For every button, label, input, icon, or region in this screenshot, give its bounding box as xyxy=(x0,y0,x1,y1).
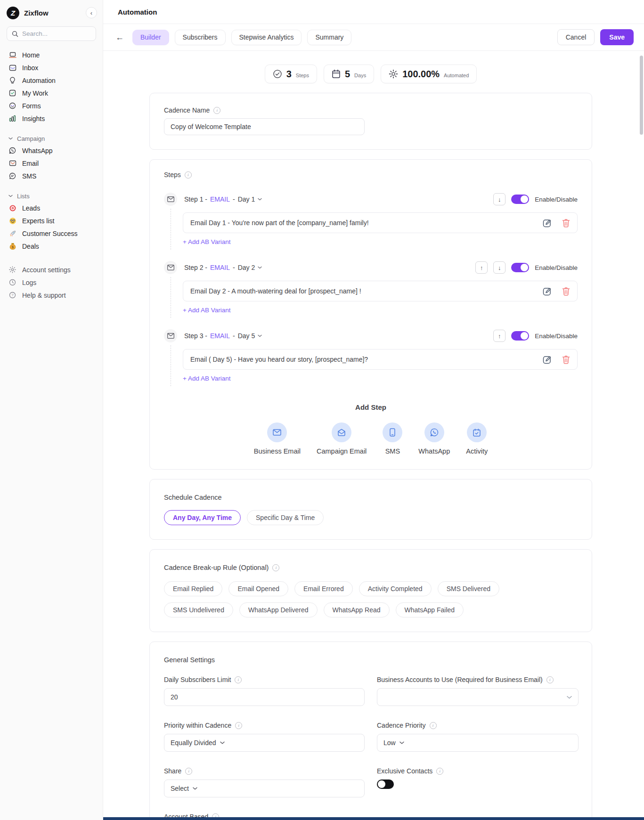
sidebar-item-experts-list[interactable]: Experts list xyxy=(7,214,96,227)
tab-stepwise-analytics[interactable]: Stepwise Analytics xyxy=(231,30,302,45)
info-icon[interactable]: i xyxy=(436,768,443,775)
scrollbar-thumb[interactable] xyxy=(640,56,643,135)
chevron-down-icon xyxy=(258,266,262,269)
tab-summary[interactable]: Summary xyxy=(307,30,351,45)
stat-unit: Automated xyxy=(444,73,469,78)
add-step-label: SMS xyxy=(385,447,400,455)
sidebar-item-help-support[interactable]: ? Help & support xyxy=(7,289,96,301)
info-icon[interactable]: i xyxy=(213,107,220,114)
save-button[interactable]: Save xyxy=(600,29,634,45)
cadence-name-card: Cadence Name i xyxy=(149,93,592,150)
move-down-button[interactable]: ↓ xyxy=(493,193,505,205)
edit-step-button[interactable] xyxy=(532,219,552,227)
stat-value: 100.00% xyxy=(402,69,440,80)
business-accounts-select[interactable] xyxy=(377,688,579,706)
whatsapp-icon xyxy=(424,422,444,442)
step-enable-toggle[interactable] xyxy=(511,331,529,341)
sidebar-item-forms[interactable]: Forms xyxy=(7,99,96,112)
add-ab-variant-link[interactable]: + Add AB Variant xyxy=(183,375,230,382)
breakup-chip-email-errored[interactable]: Email Errored xyxy=(294,581,353,596)
info-icon[interactable]: i xyxy=(185,171,192,179)
info-icon[interactable]: i xyxy=(430,722,437,729)
bulb-icon xyxy=(8,77,16,84)
sidebar-item-label: Home xyxy=(22,51,40,59)
chat-bubble-icon xyxy=(8,172,16,179)
priority-within-cadence-select[interactable]: Equally Divided xyxy=(164,734,365,752)
breakup-chip-whatsapp-read[interactable]: WhatsApp Read xyxy=(324,602,390,617)
breakup-chip-whatsapp-delivered[interactable]: WhatsApp Delivered xyxy=(239,602,318,617)
delete-step-button[interactable] xyxy=(552,219,570,227)
daily-subscribers-limit-input[interactable] xyxy=(164,688,365,706)
add-step-activity[interactable]: Activity xyxy=(466,422,488,455)
schedule-option-any-day[interactable]: Any Day, Any Time xyxy=(164,510,241,525)
edit-step-button[interactable] xyxy=(532,355,552,364)
cadence-priority-select[interactable]: Low xyxy=(377,734,579,752)
email-subject-card: Email Day 2 - A mouth-watering deal for … xyxy=(183,281,578,301)
add-step-whatsapp[interactable]: WhatsApp xyxy=(418,422,450,455)
step-enable-toggle[interactable] xyxy=(511,263,529,272)
add-ab-variant-link[interactable]: + Add AB Variant xyxy=(183,238,230,245)
breakup-chip-email-opened[interactable]: Email Opened xyxy=(228,581,288,596)
add-step-sms[interactable]: SMS xyxy=(383,422,402,455)
sidebar-item-sms[interactable]: SMS xyxy=(7,170,96,182)
breakup-chip-email-replied[interactable]: Email Replied xyxy=(164,581,222,596)
add-ab-variant-link[interactable]: + Add AB Variant xyxy=(183,307,230,314)
search-input[interactable] xyxy=(22,30,83,37)
info-icon[interactable]: i xyxy=(546,676,554,683)
breakup-chip-whatsapp-failed[interactable]: WhatsApp Failed xyxy=(396,602,464,617)
sidebar-item-home[interactable]: Home xyxy=(7,49,96,61)
edit-step-button[interactable] xyxy=(532,287,552,296)
calendar-check-icon xyxy=(467,422,487,442)
delete-step-button[interactable] xyxy=(552,355,570,364)
sidebar-search[interactable] xyxy=(7,26,96,41)
schedule-option-specific[interactable]: Specific Day & Time xyxy=(247,510,324,525)
email-subject: Email Day 1 - You're now part of the [co… xyxy=(190,219,532,227)
add-step-campaign-email[interactable]: Campaign Email xyxy=(317,422,367,455)
sidebar-item-leads[interactable]: Leads xyxy=(7,202,96,214)
info-icon[interactable]: i xyxy=(235,676,242,683)
tab-subscribers[interactable]: Subscribers xyxy=(175,30,226,45)
sidebar-collapse-button[interactable]: ‹ xyxy=(86,7,97,18)
share-select[interactable]: Select xyxy=(164,779,365,797)
tab-builder[interactable]: Builder xyxy=(132,30,169,45)
info-icon[interactable]: i xyxy=(272,564,279,571)
sidebar-item-customer-success[interactable]: Customer Success xyxy=(7,227,96,240)
move-down-button[interactable]: ↓ xyxy=(493,261,505,274)
cadence-name-input[interactable] xyxy=(164,118,365,135)
breakup-chip-sms-undelivered[interactable]: SMS Undelivered xyxy=(164,602,233,617)
sidebar-item-deals[interactable]: $ Deals xyxy=(7,240,96,252)
breakup-chip-sms-delivered[interactable]: SMS Delivered xyxy=(438,581,499,596)
check-circle-icon xyxy=(273,69,282,79)
step-enable-toggle[interactable] xyxy=(511,195,529,204)
section-lists[interactable]: Lists xyxy=(7,190,96,202)
sidebar-item-logs[interactable]: Logs xyxy=(7,276,96,289)
stat-value: 3 xyxy=(286,69,292,80)
step-title-dropdown[interactable]: Step 3 - EMAIL - Day 5 xyxy=(184,332,262,340)
chevron-down-icon xyxy=(8,195,13,197)
sidebar-item-account-settings[interactable]: Account settings xyxy=(7,263,96,276)
move-up-button[interactable]: ↑ xyxy=(493,330,505,342)
info-icon[interactable]: i xyxy=(235,722,242,729)
back-arrow-icon[interactable]: ← xyxy=(115,32,127,42)
sidebar-item-inbox[interactable]: Inbox xyxy=(7,61,96,74)
breakup-chip-activity-completed[interactable]: Activity Completed xyxy=(359,581,432,596)
sidebar-item-my-work[interactable]: My Work xyxy=(7,87,96,99)
add-step-business-email[interactable]: Business Email xyxy=(254,422,301,455)
step-title-dropdown[interactable]: Step 2 - EMAIL - Day 2 xyxy=(184,264,262,271)
scrollbar[interactable] xyxy=(639,0,644,820)
move-up-button[interactable]: ↑ xyxy=(475,261,488,274)
step-title-dropdown[interactable]: Step 1 - EMAIL - Day 1 xyxy=(184,195,262,203)
add-step-section: Add Step Business Email Campaign Email S… xyxy=(164,403,578,455)
delete-step-button[interactable] xyxy=(552,287,570,296)
section-campaign[interactable]: Campaign xyxy=(7,133,96,144)
sidebar-item-whatsapp[interactable]: WhatsApp xyxy=(7,144,96,157)
add-step-label: WhatsApp xyxy=(418,447,450,455)
sidebar-item-email[interactable]: Email xyxy=(7,157,96,170)
info-icon[interactable]: i xyxy=(185,768,192,775)
stat-steps: 3 Steps xyxy=(265,65,317,83)
exclusive-contacts-toggle[interactable] xyxy=(377,779,394,789)
sidebar-item-automation[interactable]: Automation xyxy=(7,74,96,87)
cancel-button[interactable]: Cancel xyxy=(557,29,595,45)
sidebar-item-insights[interactable]: Insights xyxy=(7,112,96,125)
stat-automated: 100.00% Automated xyxy=(381,65,477,83)
